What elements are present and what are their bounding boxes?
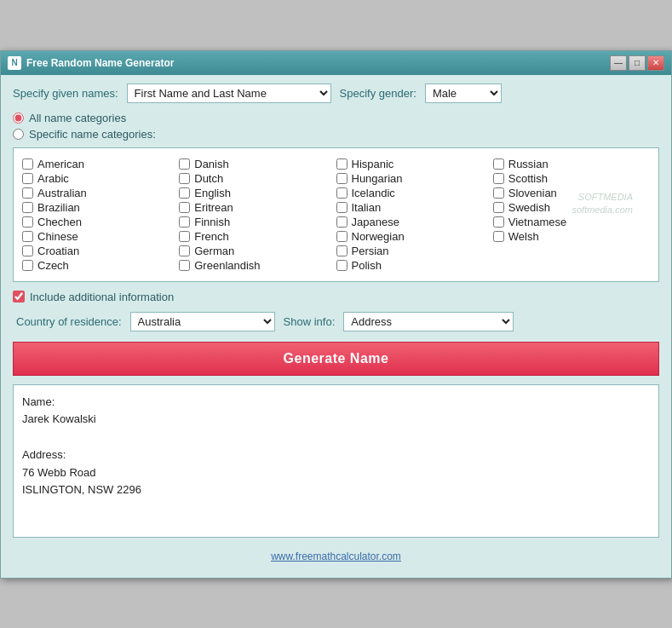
window-title: Free Random Name Generator xyxy=(26,57,174,69)
french-checkbox[interactable] xyxy=(179,231,190,242)
list-item: Brazilian xyxy=(22,200,179,215)
eritrean-checkbox[interactable] xyxy=(179,202,190,213)
specify-gender-label: Specify gender: xyxy=(340,87,416,100)
persian-checkbox[interactable] xyxy=(336,245,347,256)
list-item: Finnish xyxy=(179,215,336,229)
japanese-checkbox[interactable] xyxy=(336,216,347,228)
additional-info-row: Include additional information xyxy=(13,291,659,303)
specify-names-label: Specify given names: xyxy=(13,87,118,100)
list-item: German xyxy=(179,244,336,258)
icelandic-checkbox[interactable] xyxy=(336,187,347,199)
australian-checkbox[interactable] xyxy=(22,187,33,199)
main-window: N Free Random Name Generator — □ ✕ Speci… xyxy=(0,50,672,579)
maximize-button[interactable]: □ xyxy=(629,55,646,71)
col3: Hispanic Hungarian Icelandic Italian Jap… xyxy=(336,157,493,273)
top-row: Specify given names: First Name and Last… xyxy=(13,84,659,103)
categories-box: SOFTMEDIA softmedia.com American Arabic … xyxy=(13,147,659,282)
list-item: Croatian xyxy=(22,244,179,258)
list-item: English xyxy=(179,186,336,200)
show-info-select[interactable]: Address Phone Email Date of Birth xyxy=(343,312,514,331)
categories-grid: American Arabic Australian Brazilian Che… xyxy=(22,157,650,273)
list-item: Eritrean xyxy=(179,200,336,215)
output-box: Name: Jarek Kowalski Address: 76 Webb Ro… xyxy=(13,384,659,538)
list-item: Slovenian xyxy=(493,186,650,200)
list-item: Danish xyxy=(179,157,336,171)
generate-button[interactable]: Generate Name xyxy=(13,342,659,376)
title-bar-controls: — □ ✕ xyxy=(610,55,664,71)
swedish-checkbox[interactable] xyxy=(493,202,504,213)
chinese-checkbox[interactable] xyxy=(22,231,33,242)
american-checkbox[interactable] xyxy=(22,158,33,170)
additional-info-checkbox[interactable] xyxy=(13,291,25,302)
list-item: French xyxy=(179,229,336,244)
vietnamese-checkbox[interactable] xyxy=(493,216,504,228)
gender-select[interactable]: Male Female Both xyxy=(425,84,502,103)
hispanic-checkbox[interactable] xyxy=(336,158,347,170)
radio-group: All name categories Specific name catego… xyxy=(13,112,659,141)
close-button[interactable]: ✕ xyxy=(647,55,664,71)
all-categories-row: All name categories xyxy=(13,112,659,124)
czech-checkbox[interactable] xyxy=(22,260,33,271)
list-item: Hispanic xyxy=(336,157,493,171)
content-area: Specify given names: First Name and Last… xyxy=(1,75,671,578)
col1: American Arabic Australian Brazilian Che… xyxy=(22,157,179,273)
residence-row: Country of residence: Australia United S… xyxy=(13,312,659,331)
hungarian-checkbox[interactable] xyxy=(336,173,347,184)
additional-info-label: Include additional information xyxy=(30,291,174,303)
list-item: Australian xyxy=(22,186,179,200)
list-item: Chinese xyxy=(22,229,179,244)
col4: Russian Scottish Slovenian Swedish Vietn… xyxy=(493,157,650,273)
list-item: Russian xyxy=(493,157,650,171)
list-item: Dutch xyxy=(179,171,336,186)
russian-checkbox[interactable] xyxy=(493,158,504,170)
title-bar: N Free Random Name Generator — □ ✕ xyxy=(1,51,671,75)
app-icon: N xyxy=(8,56,21,70)
title-bar-left: N Free Random Name Generator xyxy=(8,56,174,70)
specific-categories-radio[interactable] xyxy=(13,129,24,140)
list-item: Persian xyxy=(336,244,493,258)
list-item: Greenlandish xyxy=(179,258,336,273)
greenlandish-checkbox[interactable] xyxy=(179,260,190,271)
list-item: Chechen xyxy=(22,215,179,229)
specific-categories-row: Specific name categories: xyxy=(13,128,659,141)
brazilian-checkbox[interactable] xyxy=(22,202,33,213)
all-categories-label: All name categories xyxy=(29,112,126,124)
polish-checkbox[interactable] xyxy=(336,260,347,271)
danish-checkbox[interactable] xyxy=(179,158,190,170)
chechen-checkbox[interactable] xyxy=(22,216,33,228)
list-item: Vietnamese xyxy=(493,215,650,229)
list-item: Polish xyxy=(336,258,493,273)
list-item: Arabic xyxy=(22,171,179,186)
show-info-label: Show info: xyxy=(284,315,336,328)
scottish-checkbox[interactable] xyxy=(493,173,504,184)
finnish-checkbox[interactable] xyxy=(179,216,190,228)
norwegian-checkbox[interactable] xyxy=(336,231,347,242)
all-categories-radio[interactable] xyxy=(13,112,24,124)
minimize-button[interactable]: — xyxy=(610,55,627,71)
name-type-select[interactable]: First Name and Last Name First Name Only… xyxy=(127,84,331,103)
residence-select[interactable]: Australia United States United Kingdom C… xyxy=(130,312,275,331)
list-item: Icelandic xyxy=(336,186,493,200)
list-item: Swedish xyxy=(493,200,650,215)
list-item: Czech xyxy=(22,258,179,273)
italian-checkbox[interactable] xyxy=(336,202,347,213)
list-item: Scottish xyxy=(493,171,650,186)
dutch-checkbox[interactable] xyxy=(179,173,190,184)
english-checkbox[interactable] xyxy=(179,187,190,199)
footer: www.freemathcalculator.com xyxy=(13,546,659,569)
list-item: Norwegian xyxy=(336,229,493,244)
slovenian-checkbox[interactable] xyxy=(493,187,504,199)
footer-link[interactable]: www.freemathcalculator.com xyxy=(271,550,401,562)
list-item: Japanese xyxy=(336,215,493,229)
list-item: American xyxy=(22,157,179,171)
welsh-checkbox[interactable] xyxy=(493,231,504,242)
residence-label: Country of residence: xyxy=(16,315,122,328)
german-checkbox[interactable] xyxy=(179,245,190,256)
col2: Danish Dutch English Eritrean Finnish Fr… xyxy=(179,157,336,273)
specific-categories-label: Specific name categories: xyxy=(29,128,156,141)
list-item: Welsh xyxy=(493,229,650,244)
arabic-checkbox[interactable] xyxy=(22,173,33,184)
list-item: Italian xyxy=(336,200,493,215)
croatian-checkbox[interactable] xyxy=(22,245,33,256)
list-item: Hungarian xyxy=(336,171,493,186)
